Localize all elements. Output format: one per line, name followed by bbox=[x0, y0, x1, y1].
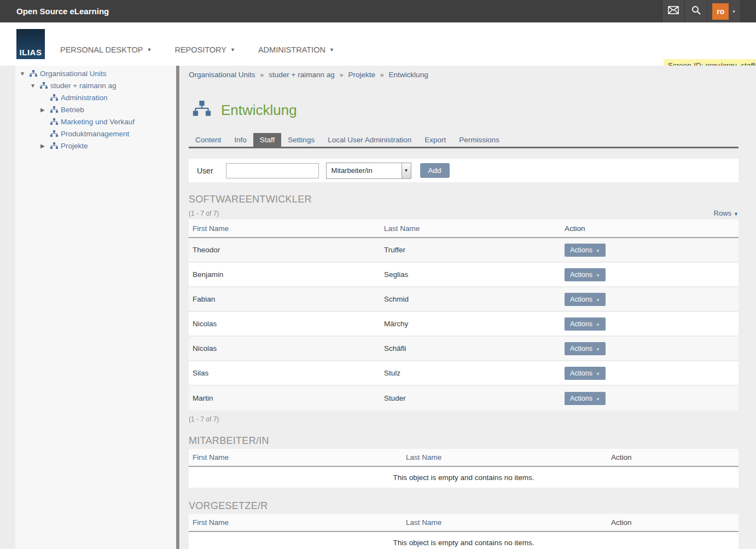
actions-button[interactable]: Actions▼ bbox=[565, 392, 606, 405]
table-row: Martin Studer Actions▼ bbox=[189, 386, 738, 411]
breadcrumb-link[interactable]: Entwicklung bbox=[389, 71, 428, 79]
table-row: Silas Stulz Actions▼ bbox=[189, 361, 738, 386]
pagination-range-bottom: (1 - 7 of 7) bbox=[189, 415, 738, 423]
tab-staff[interactable]: Staff bbox=[253, 133, 282, 147]
orgunit-icon bbox=[30, 70, 37, 77]
column-action: Action bbox=[561, 224, 738, 233]
collapse-icon[interactable]: ▼ bbox=[20, 71, 27, 77]
nav-personal-desktop[interactable]: PERSONAL DESKTOP ▼ bbox=[60, 45, 152, 54]
user-menu[interactable]: ro ▾ bbox=[707, 0, 741, 22]
chevron-down-icon: ▼ bbox=[596, 397, 600, 402]
tab-export[interactable]: Export bbox=[418, 133, 452, 147]
sort-last-name[interactable]: Last Name bbox=[402, 453, 607, 461]
chevron-down-icon: ▼ bbox=[230, 47, 235, 53]
sort-last-name[interactable]: Last Name bbox=[380, 224, 561, 233]
chevron-down-icon: ▼ bbox=[329, 47, 334, 53]
add-button[interactable]: Add bbox=[420, 163, 450, 178]
first-name-cell: Nicolas bbox=[189, 344, 380, 352]
actions-button[interactable]: Actions▼ bbox=[565, 293, 606, 306]
page-title: Entwicklung bbox=[221, 102, 297, 119]
role-select[interactable]: Mitarbeiter/in ▼ bbox=[326, 163, 411, 179]
orgunit-icon bbox=[50, 94, 58, 101]
chevron-down-icon: ▼ bbox=[596, 298, 600, 303]
breadcrumb-link[interactable]: Projekte bbox=[348, 71, 375, 79]
orgunit-icon bbox=[50, 130, 58, 137]
chevron-down-icon: ▼ bbox=[147, 47, 152, 53]
chevron-down-icon: ▼ bbox=[596, 249, 600, 253]
vorgesetzte-table: First Name Last Name Action This object … bbox=[189, 514, 738, 549]
ilias-logo[interactable]: ILIAS bbox=[16, 29, 45, 59]
tree-item-produktmanagement[interactable]: Produktmanagement bbox=[0, 128, 181, 140]
sidebar-tree-panel: ▼ Organisational Units ▼ studer + raiman… bbox=[0, 66, 181, 549]
breadcrumb-link[interactable]: Organisational Units bbox=[189, 71, 255, 79]
table-row: Benjamin Seglias Actions▼ bbox=[189, 263, 738, 287]
tree-item-marketing-und-verkauf[interactable]: Marketing und Verkauf bbox=[0, 115, 181, 128]
main-header: ILIAS PERSONAL DESKTOP ▼ REPOSITORY ▼ AD… bbox=[0, 22, 756, 66]
nav-administration[interactable]: ADMINISTRATION ▼ bbox=[258, 45, 334, 54]
first-name-cell: Martin bbox=[189, 394, 380, 402]
tab-local-user-administration[interactable]: Local User Administration bbox=[321, 133, 418, 147]
mail-button[interactable] bbox=[662, 0, 684, 22]
tree-item-projekte[interactable]: ▶ Projekte bbox=[0, 140, 181, 152]
last-name-cell: Märchy bbox=[380, 320, 561, 328]
tab-content[interactable]: Content bbox=[189, 133, 228, 147]
main-nav: PERSONAL DESKTOP ▼ REPOSITORY ▼ ADMINIST… bbox=[60, 45, 334, 54]
sidebar-scrollbar[interactable] bbox=[176, 66, 179, 549]
user-input[interactable] bbox=[226, 163, 319, 178]
first-name-cell: Fabian bbox=[189, 295, 380, 303]
orgunit-icon bbox=[50, 118, 58, 125]
chevron-down-icon: ▼ bbox=[402, 163, 411, 178]
last-name-cell: Stulz bbox=[380, 369, 561, 377]
chevron-down-icon: ▼ bbox=[596, 372, 600, 377]
collapse-icon[interactable]: ▼ bbox=[30, 83, 38, 89]
sort-first-name[interactable]: First Name bbox=[189, 453, 402, 461]
staff-table-header: First Name Last Name Action bbox=[189, 219, 738, 238]
tree-item-studer-raimann[interactable]: ▼ studer + raimann ag bbox=[0, 79, 181, 91]
actions-button[interactable]: Actions▼ bbox=[565, 342, 606, 355]
org-tree: ▼ Organisational Units ▼ studer + raiman… bbox=[0, 66, 181, 152]
table-row: Theodor Truffer Actions▼ bbox=[189, 238, 738, 263]
pagination-range: (1 - 7 of 7) bbox=[189, 210, 219, 217]
sort-first-name[interactable]: First Name bbox=[189, 224, 380, 233]
add-user-form: User Mitarbeiter/in ▼ Add bbox=[189, 159, 738, 182]
main-area: ▼ Organisational Units ▼ studer + raiman… bbox=[0, 66, 756, 549]
actions-button[interactable]: Actions▼ bbox=[565, 367, 606, 380]
tab-settings[interactable]: Settings bbox=[281, 133, 321, 147]
actions-button[interactable]: Actions▼ bbox=[565, 317, 606, 331]
table-row: Nicolas Märchy Actions▼ bbox=[189, 312, 738, 337]
first-name-cell: Nicolas bbox=[189, 320, 380, 328]
empty-state-message: This object is empty and contains no ite… bbox=[189, 532, 738, 549]
table-caption-row: (1 - 7 of 7) Rows▼ bbox=[189, 209, 738, 217]
breadcrumb-link[interactable]: studer + raimann ag bbox=[269, 71, 334, 79]
empty-state-message: This object is empty and contains no ite… bbox=[189, 467, 738, 488]
tree-item-organisational-units[interactable]: ▼ Organisational Units bbox=[0, 67, 181, 79]
tree-item-administration[interactable]: Administration bbox=[0, 91, 181, 103]
tree-item-betrieb[interactable]: ▶ Betrieb bbox=[0, 103, 181, 115]
sort-last-name[interactable]: Last Name bbox=[402, 518, 607, 527]
actions-button[interactable]: Actions▼ bbox=[565, 244, 606, 257]
orgunit-icon-large bbox=[193, 101, 211, 119]
sort-first-name[interactable]: First Name bbox=[189, 518, 402, 527]
search-icon bbox=[691, 5, 701, 17]
chevron-down-icon: ▾ bbox=[732, 9, 735, 14]
tab-permissions[interactable]: Permissions bbox=[452, 133, 506, 147]
page-title-row: Entwicklung bbox=[189, 101, 738, 119]
vorgesetzte-table-header: First Name Last Name Action bbox=[189, 514, 738, 532]
orgunit-icon bbox=[50, 142, 58, 149]
search-button[interactable] bbox=[684, 0, 707, 22]
chevron-down-icon: ▼ bbox=[596, 273, 600, 278]
mitarbeiter-table-header: First Name Last Name Action bbox=[189, 449, 738, 467]
role-select-value: Mitarbeiter/in bbox=[327, 166, 402, 175]
nav-repository[interactable]: REPOSITORY ▼ bbox=[175, 45, 235, 54]
column-action: Action bbox=[607, 453, 738, 461]
expand-icon[interactable]: ▶ bbox=[40, 143, 48, 149]
user-label: User bbox=[197, 166, 213, 175]
topbar-actions: ro ▾ bbox=[662, 0, 741, 22]
actions-button[interactable]: Actions▼ bbox=[565, 268, 606, 281]
rows-dropdown[interactable]: Rows▼ bbox=[714, 209, 738, 217]
tab-info[interactable]: Info bbox=[228, 133, 253, 147]
expand-icon[interactable]: ▶ bbox=[40, 107, 48, 113]
first-name-cell: Benjamin bbox=[189, 270, 380, 279]
first-name-cell: Theodor bbox=[189, 246, 380, 254]
mail-icon bbox=[668, 6, 679, 16]
